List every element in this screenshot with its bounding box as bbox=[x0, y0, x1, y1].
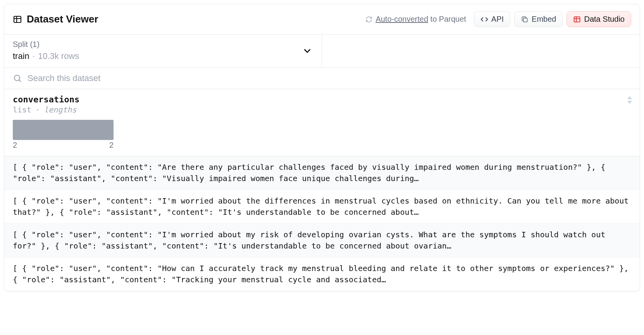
table-icon bbox=[13, 15, 22, 24]
api-label: API bbox=[491, 15, 504, 24]
svg-line-8 bbox=[19, 80, 21, 82]
split-info: Split (1) train · 10.3k rows bbox=[13, 40, 79, 61]
histogram bbox=[13, 120, 114, 140]
split-filler bbox=[322, 35, 640, 67]
split-name: train bbox=[13, 51, 29, 61]
search-row bbox=[4, 68, 640, 89]
histogram-labels: 2 2 bbox=[13, 141, 114, 150]
dot-separator: · bbox=[33, 51, 35, 61]
data-studio-label: Data Studio bbox=[584, 15, 625, 24]
column-meta: lengths bbox=[44, 105, 76, 114]
svg-point-7 bbox=[14, 75, 20, 81]
histogram-max: 2 bbox=[109, 141, 114, 150]
header: Dataset Viewer Auto-converted to Parquet bbox=[4, 4, 640, 35]
table-row[interactable]: [ { "role": "user", "content": "Are ther… bbox=[4, 156, 640, 190]
refresh-icon bbox=[365, 16, 372, 23]
api-button[interactable]: API bbox=[474, 11, 510, 27]
split-row: Split (1) train · 10.3k rows bbox=[4, 35, 640, 68]
code-icon bbox=[480, 16, 488, 23]
table-row[interactable]: [ { "role": "user", "content": "How can … bbox=[4, 257, 640, 291]
split-label: Split (1) bbox=[13, 40, 79, 49]
table-row[interactable]: [ { "role": "user", "content": "I'm worr… bbox=[4, 190, 640, 224]
svg-rect-0 bbox=[14, 16, 21, 22]
svg-marker-9 bbox=[627, 96, 632, 99]
auto-converted-suffix: to Parquet bbox=[428, 15, 466, 23]
column-type: list bbox=[13, 105, 31, 114]
table-icon bbox=[573, 16, 581, 23]
auto-converted-link[interactable]: Auto-converted bbox=[375, 15, 428, 23]
data-rows: [ { "role": "user", "content": "Are ther… bbox=[4, 156, 640, 291]
copy-icon bbox=[521, 16, 529, 23]
svg-marker-10 bbox=[627, 101, 632, 104]
chevron-down-icon bbox=[301, 45, 313, 57]
data-studio-button[interactable]: Data Studio bbox=[567, 11, 631, 27]
column-name: conversations bbox=[13, 95, 631, 104]
table-row[interactable]: [ { "role": "user", "content": "I'm worr… bbox=[4, 224, 640, 257]
svg-rect-3 bbox=[523, 18, 527, 22]
column-header: conversations list · lengths 2 2 bbox=[4, 89, 640, 156]
header-actions: Auto-converted to Parquet API bbox=[365, 11, 631, 27]
page-title: Dataset Viewer bbox=[27, 13, 98, 25]
split-selector[interactable]: Split (1) train · 10.3k rows bbox=[4, 35, 322, 67]
dataset-viewer-panel: Dataset Viewer Auto-converted to Parquet bbox=[4, 4, 640, 292]
dot-separator: · bbox=[35, 105, 40, 114]
histogram-min: 2 bbox=[13, 141, 17, 150]
histogram-bar bbox=[13, 120, 114, 140]
embed-button[interactable]: Embed bbox=[514, 11, 563, 27]
title-group: Dataset Viewer bbox=[13, 13, 98, 25]
embed-label: Embed bbox=[532, 15, 556, 24]
search-icon bbox=[13, 74, 22, 83]
search-input[interactable] bbox=[28, 73, 631, 83]
svg-rect-4 bbox=[574, 17, 580, 22]
sort-toggle-icon[interactable] bbox=[627, 96, 633, 104]
row-count: 10.3k rows bbox=[38, 51, 79, 61]
auto-converted-note: Auto-converted to Parquet bbox=[365, 15, 466, 24]
